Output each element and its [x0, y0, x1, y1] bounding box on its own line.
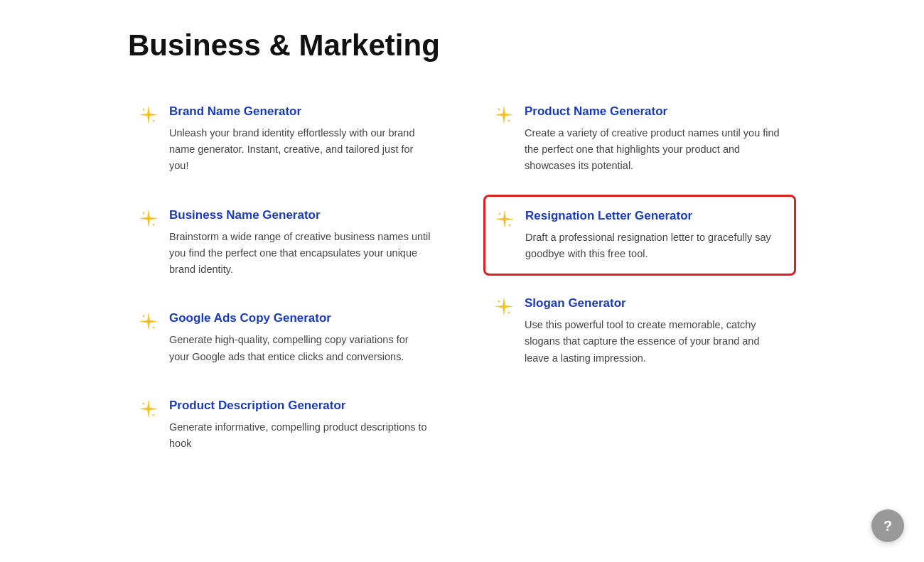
card-title: Product Name Generator [525, 104, 786, 119]
card-content: Business Name Generator Brainstorm a wid… [169, 207, 431, 279]
card-product-description-generator[interactable]: Product Description Generator Generate i… [128, 385, 441, 465]
card-business-name-generator[interactable]: Business Name Generator Brainstorm a wid… [128, 195, 441, 291]
right-column: Product Name Generator Create a variety … [483, 91, 796, 472]
cards-grid: Brand Name Generator Unleash your brand … [128, 91, 796, 472]
svg-point-2 [143, 212, 144, 213]
sparkle-icon [138, 105, 159, 126]
svg-point-3 [153, 223, 154, 225]
svg-point-12 [498, 301, 500, 302]
svg-point-13 [508, 312, 510, 313]
card-title: Brand Name Generator [169, 104, 431, 119]
card-content: Google Ads Copy Generator Generate high-… [169, 310, 431, 364]
sparkle-icon [493, 105, 515, 126]
page-title: Business & Marketing [128, 28, 796, 63]
svg-point-1 [153, 120, 154, 121]
svg-point-7 [153, 414, 154, 416]
card-title: Resignation Letter Generator [525, 208, 785, 224]
svg-point-5 [153, 327, 154, 328]
sparkle-icon [138, 312, 159, 333]
sparkle-icon [493, 297, 515, 318]
svg-point-0 [143, 109, 144, 110]
left-column: Brand Name Generator Unleash your brand … [128, 91, 441, 472]
page-container: Business & Marketing Brand Name Generato… [0, 0, 924, 500]
card-content: Product Description Generator Generate i… [169, 398, 431, 452]
card-google-ads-copy-generator[interactable]: Google Ads Copy Generator Generate high-… [128, 298, 441, 377]
card-title: Google Ads Copy Generator [169, 310, 431, 326]
card-title: Slogan Generator [525, 296, 786, 311]
card-content: Product Name Generator Create a variety … [525, 104, 786, 175]
card-desc: Generate informative, compelling product… [169, 419, 431, 452]
sparkle-icon [138, 209, 159, 230]
sparkle-icon [494, 210, 515, 231]
card-desc: Draft a professional resignation letter … [525, 229, 785, 262]
help-button[interactable]: ? [871, 509, 904, 542]
card-resignation-letter-generator[interactable]: Resignation Letter Generator Draft a pro… [483, 195, 796, 276]
card-desc: Brainstorm a wide range of creative busi… [169, 229, 431, 279]
card-desc: Use this powerful tool to create memorab… [525, 317, 786, 367]
svg-point-4 [143, 315, 144, 317]
card-desc: Create a variety of creative product nam… [525, 125, 786, 175]
card-title: Product Description Generator [169, 398, 431, 414]
card-brand-name-generator[interactable]: Brand Name Generator Unleash your brand … [128, 91, 441, 188]
card-content: Brand Name Generator Unleash your brand … [169, 104, 431, 175]
card-desc: Unleash your brand identity effortlessly… [169, 125, 431, 175]
card-desc: Generate high-quality, compelling copy v… [169, 332, 431, 364]
card-title: Business Name Generator [169, 207, 431, 223]
svg-point-6 [143, 403, 144, 404]
svg-point-9 [508, 120, 510, 121]
svg-point-8 [498, 109, 500, 110]
card-content: Slogan Generator Use this powerful tool … [525, 296, 786, 367]
svg-point-11 [509, 224, 510, 225]
svg-point-10 [499, 212, 500, 214]
sparkle-icon [138, 399, 159, 421]
card-product-name-generator[interactable]: Product Name Generator Create a variety … [483, 91, 796, 188]
card-content: Resignation Letter Generator Draft a pro… [525, 208, 785, 262]
card-slogan-generator[interactable]: Slogan Generator Use this powerful tool … [483, 283, 796, 379]
